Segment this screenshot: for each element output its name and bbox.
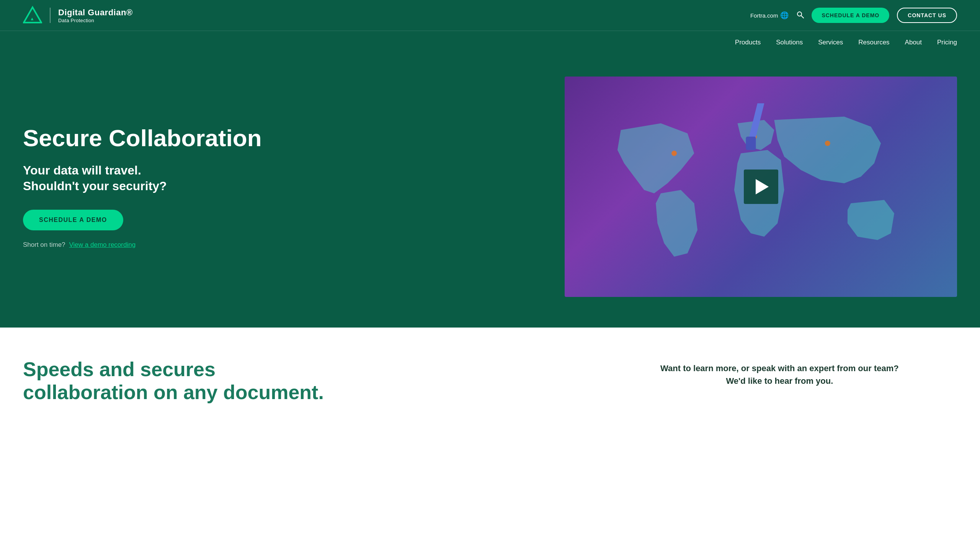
svg-point-4 — [671, 151, 677, 156]
short-time-label: Short on time? — [23, 241, 65, 249]
nav-item-services[interactable]: Services — [818, 39, 843, 46]
search-icon — [796, 11, 804, 18]
view-demo-recording-link[interactable]: View a demo recording — [69, 241, 136, 249]
hero-subtitle-line2: Shouldn't your security? — [23, 179, 167, 193]
top-right-actions: Fortra.com 🌐 SCHEDULE A DEMO CONTACT US — [750, 8, 957, 23]
hero-subtitle-line1: Your data will travel. — [23, 163, 141, 177]
logo-area: ▲ Digital Guardian® Data Protection — [23, 6, 133, 25]
nav-item-pricing[interactable]: Pricing — [937, 39, 957, 46]
logo-divider — [50, 8, 51, 23]
schedule-demo-button[interactable]: SCHEDULE A DEMO — [812, 8, 889, 23]
lower-right-line1: Want to learn more, or speak with an exp… — [660, 364, 899, 373]
nav-item-products[interactable]: Products — [735, 39, 761, 46]
svg-point-6 — [825, 141, 830, 146]
video-play-button[interactable] — [744, 170, 778, 204]
logo-sub: Data Protection — [58, 18, 133, 23]
logo-brand: Digital Guardian® — [58, 8, 133, 18]
lower-right-line2: We'd like to hear from you. — [726, 376, 833, 386]
hero-title: Secure Collaboration — [23, 125, 537, 151]
hero-section: Secure Collaboration Your data will trav… — [0, 54, 980, 328]
top-bar: ▲ Digital Guardian® Data Protection Fort… — [0, 0, 980, 31]
hero-schedule-demo-button[interactable]: SCHEDULE A DEMO — [23, 210, 123, 230]
lower-title-line2: collaboration on any document. — [23, 381, 324, 403]
main-nav: Products Solutions Services Resources Ab… — [0, 31, 980, 54]
svg-line-3 — [801, 16, 804, 18]
svg-rect-8 — [746, 137, 756, 150]
nav-item-resources[interactable]: Resources — [858, 39, 889, 46]
fortra-link-text: Fortra.com — [750, 12, 778, 19]
lower-right-text: Want to learn more, or speak with an exp… — [602, 362, 957, 387]
search-button[interactable] — [796, 11, 804, 20]
globe-icon: 🌐 — [780, 11, 789, 20]
lower-right-content: Want to learn more, or speak with an exp… — [602, 358, 957, 387]
fortra-link[interactable]: Fortra.com 🌐 — [750, 11, 789, 20]
lower-title-line1: Speeds and secures — [23, 358, 216, 380]
nav-item-solutions[interactable]: Solutions — [776, 39, 803, 46]
logo-text: Digital Guardian® Data Protection — [58, 8, 133, 23]
lower-title: Speeds and secures collaboration on any … — [23, 358, 537, 404]
svg-text:▲: ▲ — [30, 16, 34, 21]
lower-left-content: Speeds and secures collaboration on any … — [23, 358, 537, 404]
short-time-row: Short on time? View a demo recording — [23, 241, 537, 249]
play-icon — [756, 179, 769, 194]
video-container[interactable] — [565, 77, 957, 297]
contact-us-button[interactable]: CONTACT US — [897, 8, 957, 23]
hero-content: Secure Collaboration Your data will trav… — [23, 125, 537, 249]
hero-video-area — [565, 77, 957, 297]
logo-icon: ▲ — [23, 6, 42, 25]
lower-section: Speeds and secures collaboration on any … — [0, 328, 980, 435]
nav-item-about[interactable]: About — [905, 39, 922, 46]
hero-subtitle: Your data will travel. Shouldn't your se… — [23, 163, 537, 194]
